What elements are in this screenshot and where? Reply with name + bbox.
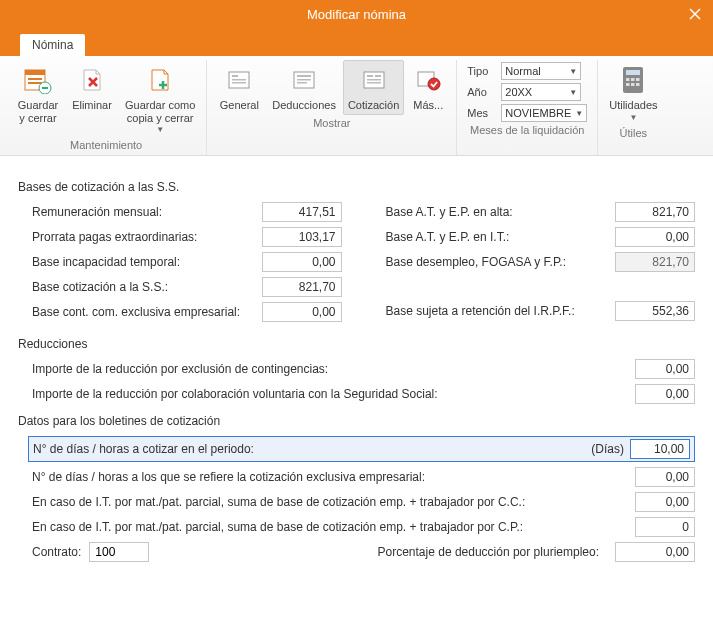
deducciones-icon [287, 63, 321, 97]
dias-row-selected[interactable]: N° de días / horas a cotizar en el perio… [28, 436, 695, 462]
reduc2-label: Importe de la reducción por colaboración… [32, 387, 635, 401]
irpf-input[interactable]: 552,36 [615, 301, 695, 321]
reduc1-input[interactable]: 0,00 [635, 359, 695, 379]
svg-rect-13 [232, 75, 238, 77]
pluri-label: Porcentaje de deducción por pluriempleo: [157, 545, 607, 559]
at-alta-label: Base A.T. y E.P. en alta: [386, 205, 616, 219]
svg-rect-4 [28, 78, 42, 80]
guardar-cerrar-button[interactable]: Guardar y cerrar [12, 60, 64, 127]
caret-down-icon: ▼ [156, 125, 164, 134]
tipo-label: Tipo [467, 65, 497, 77]
prorrata-label: Prorrata pagas extraordinarias: [32, 230, 262, 244]
guardar-como-label: Guardar como copia y cerrar [125, 99, 195, 124]
content-area: Bases de cotización a las S.S. Remunerac… [0, 156, 713, 582]
desem-label: Base desempleo, FOGASA y F.P.: [386, 255, 616, 269]
mas-button[interactable]: Más... [406, 60, 450, 115]
general-icon [222, 63, 256, 97]
close-button[interactable] [685, 4, 705, 24]
ribbon-group-utiles: Utilidades ▼ Útiles [598, 60, 668, 155]
utilidades-button[interactable]: Utilidades ▼ [604, 60, 662, 125]
delete-icon [75, 63, 109, 97]
ano-select[interactable]: 20XX▼ [501, 83, 581, 101]
at-it-label: Base A.T. y E.P. en I.T.: [386, 230, 616, 244]
section-bases-heading: Bases de cotización a las S.S. [18, 180, 695, 194]
svg-rect-18 [297, 79, 311, 81]
caret-down-icon: ▼ [629, 113, 637, 122]
reduc2-input[interactable]: 0,00 [635, 384, 695, 404]
cp-input[interactable]: 0 [635, 517, 695, 537]
svg-rect-14 [232, 79, 246, 81]
pluri-input[interactable]: 0,00 [615, 542, 695, 562]
cc-input[interactable]: 0,00 [635, 492, 695, 512]
utilidades-label: Utilidades [609, 99, 657, 112]
eliminar-button[interactable]: Eliminar [66, 60, 118, 115]
svg-rect-28 [626, 70, 640, 75]
deducciones-label: Deducciones [272, 99, 336, 112]
tab-strip: Nómina [0, 28, 713, 56]
contrato-input[interactable] [89, 542, 149, 562]
cot-ss-label: Base cotización a la S.S.: [32, 280, 262, 294]
tipo-select[interactable]: Normal▼ [501, 62, 581, 80]
at-alta-input[interactable]: 821,70 [615, 202, 695, 222]
close-icon [689, 8, 701, 20]
it-label: Base incapacidad temporal: [32, 255, 262, 269]
exc-emp-label: Base cont. com. exclusiva empresarial: [32, 305, 262, 319]
excl-input[interactable]: 0,00 [635, 467, 695, 487]
group-label-meses: Meses de la liquidación [470, 124, 584, 138]
mas-icon [411, 63, 445, 97]
it-input[interactable]: 0,00 [262, 252, 342, 272]
prorrata-input[interactable]: 103,17 [262, 227, 342, 247]
svg-rect-19 [297, 82, 307, 84]
group-label-mantenimiento: Mantenimiento [70, 139, 142, 153]
cotizacion-button[interactable]: Cotización [343, 60, 404, 115]
svg-rect-32 [626, 83, 630, 86]
mes-select[interactable]: NOVIEMBRE▼ [501, 104, 587, 122]
mes-value: NOVIEMBRE [505, 107, 571, 119]
tab-nomina[interactable]: Nómina [20, 34, 85, 56]
window-title: Modificar nómina [307, 7, 406, 22]
exc-emp-input[interactable]: 0,00 [262, 302, 342, 322]
at-it-input[interactable]: 0,00 [615, 227, 695, 247]
save-copy-icon [143, 63, 177, 97]
cc-label: En caso de I.T. por mat./pat. parcial, s… [32, 495, 635, 509]
rem-mensual-input[interactable]: 417,51 [262, 202, 342, 222]
svg-rect-17 [297, 75, 311, 77]
dias-label: N° de días / horas a cotizar en el perio… [33, 442, 591, 456]
cp-label: En caso de I.T. por mat./pat. parcial, s… [32, 520, 635, 534]
svg-rect-24 [367, 82, 381, 84]
cotizacion-icon [357, 63, 391, 97]
reduc1-label: Importe de la reducción por exclusión de… [32, 362, 635, 376]
contrato-label: Contrato: [32, 545, 81, 559]
cotizacion-label: Cotización [348, 99, 399, 112]
svg-rect-3 [25, 70, 45, 75]
general-button[interactable]: General [213, 60, 265, 115]
section-boletines-heading: Datos para los boletines de cotización [18, 414, 695, 428]
ano-label: Año [467, 86, 497, 98]
guardar-como-button[interactable]: Guardar como copia y cerrar ▼ [120, 60, 200, 137]
general-label: General [220, 99, 259, 112]
dias-input[interactable]: 10,00 [630, 439, 690, 459]
desem-readonly: 821,70 [615, 252, 695, 272]
svg-point-26 [428, 78, 440, 90]
dropdown-arrow-icon: ▼ [569, 67, 577, 76]
save-close-icon [21, 63, 55, 97]
svg-rect-30 [631, 78, 635, 81]
mas-label: Más... [413, 99, 443, 112]
ribbon: Guardar y cerrar Eliminar Guardar como c… [0, 56, 713, 156]
guardar-cerrar-label: Guardar y cerrar [18, 99, 58, 124]
ribbon-group-meses: Tipo Normal▼ Año 20XX▼ Mes NOVIEMBRE▼ Me… [457, 60, 598, 155]
svg-rect-22 [375, 75, 381, 77]
irpf-label: Base sujeta a retención del I.R.P.F.: [386, 304, 616, 318]
svg-rect-23 [367, 79, 381, 81]
ribbon-group-mantenimiento: Guardar y cerrar Eliminar Guardar como c… [6, 60, 207, 155]
group-label-mostrar: Mostrar [313, 117, 350, 131]
svg-rect-34 [636, 83, 640, 86]
mes-label: Mes [467, 107, 497, 119]
svg-rect-33 [631, 83, 635, 86]
svg-rect-31 [636, 78, 640, 81]
section-reducciones-heading: Reducciones [18, 337, 695, 351]
title-bar: Modificar nómina [0, 0, 713, 28]
cot-ss-input[interactable]: 821,70 [262, 277, 342, 297]
dropdown-arrow-icon: ▼ [569, 88, 577, 97]
deducciones-button[interactable]: Deducciones [267, 60, 341, 115]
